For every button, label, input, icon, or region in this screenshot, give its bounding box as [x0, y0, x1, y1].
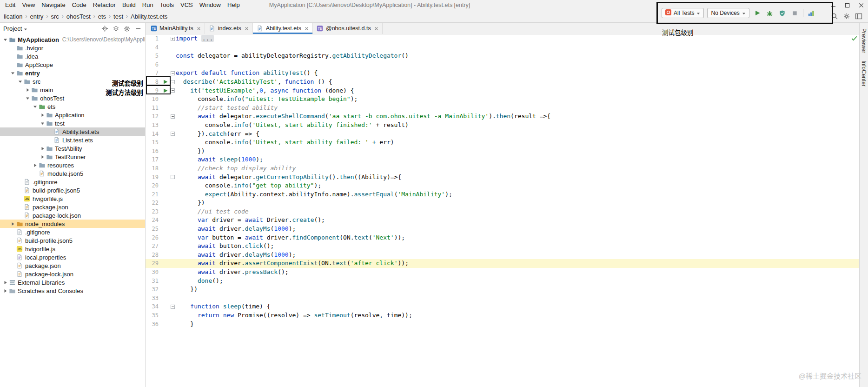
editor-line-25[interactable]: 25 await driver.delayMs(1000); — [146, 225, 859, 234]
tree-item-package-json[interactable]: package.json — [0, 261, 145, 270]
tab-close-icon[interactable] — [197, 27, 201, 31]
tree-item-local-properties[interactable]: local.properties — [0, 253, 145, 261]
tree-item-testability[interactable]: TestAbility — [0, 144, 145, 153]
fold-marker[interactable] — [170, 302, 176, 311]
tree-item-appscope[interactable]: AppScope — [0, 60, 145, 69]
code-editor[interactable]: 1import ...45const delegator = abilityDe… — [146, 34, 859, 387]
tree-item-list-test-ets[interactable]: List.test.ets — [0, 136, 145, 144]
menu-help[interactable]: Help — [224, 0, 243, 10]
editor-line-30[interactable]: 30 await driver.pressBack(); — [146, 268, 859, 277]
editor-line-9[interactable]: 9 it('testUiExample',0, async function (… — [146, 87, 859, 95]
run-button[interactable] — [753, 8, 762, 18]
editor-line-13[interactable]: 13 console.info('Uitest, start ability f… — [146, 121, 859, 130]
editor-line-4[interactable]: 4 — [146, 43, 859, 52]
tree-item-hvigorfile-js[interactable]: JShvigorfile.js — [0, 245, 145, 253]
menu-vcs[interactable]: VCS — [177, 0, 196, 10]
tree-item-hvigor[interactable]: .hvigor — [0, 44, 145, 52]
run-config-selector[interactable]: All Tests — [662, 8, 704, 18]
menu-build[interactable]: Build — [119, 0, 139, 10]
fold-marker[interactable] — [170, 173, 176, 182]
editor-line-10[interactable]: 10 console.info("uitest: TestUiExample b… — [146, 95, 859, 104]
editor-line-21[interactable]: 21 expect(Ability.context.abilityInfo.na… — [146, 190, 859, 199]
tree-item-build-profile-json5[interactable]: build-profile.json5 — [0, 186, 145, 194]
tree-item-package-json[interactable]: package.json — [0, 203, 145, 211]
tree-item-node-modules[interactable]: node_modules — [0, 220, 145, 228]
editor-line-12[interactable]: 12 await delegator.executeShellCommand('… — [146, 112, 859, 121]
editor-line-16[interactable]: 16 }) — [146, 147, 859, 156]
hide-icon[interactable] — [134, 25, 142, 33]
menu-edit[interactable]: Edit — [2, 0, 19, 10]
debug-button[interactable] — [765, 8, 775, 18]
breadcrumb-item-ohostest[interactable]: ohosTest — [66, 13, 91, 20]
tree-item-ability-test-ets[interactable]: Ability.test.ets — [0, 127, 145, 136]
menu-navigate[interactable]: Navigate — [38, 0, 68, 10]
tab-mainability-ts[interactable]: TSMainAbility.ts — [146, 23, 205, 34]
tree-expand-arrow[interactable] — [25, 88, 30, 92]
editor-line-14[interactable]: 14 }).catch(err => { — [146, 130, 859, 139]
tree-item-scratches-and-consoles[interactable]: Scratches and Consoles — [0, 287, 145, 295]
editor-line-24[interactable]: 24 var driver = await Driver.create(); — [146, 216, 859, 225]
tree-item-hvigorfile-js[interactable]: JShvigorfile.js — [0, 194, 145, 203]
menu-code[interactable]: Code — [69, 0, 90, 10]
tree-item-external-libraries[interactable]: External Libraries — [0, 278, 145, 287]
inspection-ok-icon[interactable] — [851, 35, 858, 43]
menu-view[interactable]: View — [19, 0, 38, 10]
editor-line-27[interactable]: 27 await button.click(); — [146, 242, 859, 251]
tree-item-resources[interactable]: resources — [0, 161, 145, 169]
project-view-selector[interactable]: Project — [3, 25, 22, 32]
editor-line-15[interactable]: 15 console.info('Uitest, start ability f… — [146, 138, 859, 147]
editor-line-31[interactable]: 31 done(); — [146, 277, 859, 286]
tree-item-package-lock-json[interactable]: package-lock.json — [0, 211, 145, 220]
tab-close-icon[interactable] — [245, 27, 249, 31]
editor-line-35[interactable]: 35 return new Promise((resolve) => setTi… — [146, 311, 859, 320]
settings-icon[interactable] — [123, 25, 131, 33]
editor-line-34[interactable]: 34 function sleep(time) { — [146, 302, 859, 311]
tree-item-testrunner[interactable]: TestRunner — [0, 153, 145, 161]
fold-marker[interactable] — [170, 130, 176, 139]
device-selector[interactable]: No Devices — [707, 8, 749, 18]
tool-stripe-previewer[interactable]: Previewer — [861, 28, 867, 53]
editor-line-8[interactable]: 8 describe('ActsAbilityTest', function (… — [146, 78, 859, 87]
tree-item-package-lock-json[interactable]: package-lock.json — [0, 270, 145, 278]
breadcrumb-item-src[interactable]: src — [51, 13, 59, 20]
tab-index-ets[interactable]: index.ets — [205, 23, 253, 34]
editor-line-7[interactable]: 7export default function abilityTest() { — [146, 69, 859, 78]
fold-marker[interactable] — [170, 112, 176, 121]
editor-line-18[interactable]: 18 //check top display ability — [146, 164, 859, 173]
breadcrumb-item-test[interactable]: test — [113, 13, 123, 20]
tree-expand-arrow[interactable] — [40, 155, 45, 159]
tree-expand-arrow[interactable] — [10, 222, 15, 226]
editor-line-28[interactable]: 28 await driver.delayMs(1000); — [146, 251, 859, 260]
layout-icon[interactable] — [855, 13, 862, 20]
tab-ohos-uitest-d-ts[interactable]: TS@ohos.uitest.d.ts — [313, 23, 383, 34]
breadcrumb-item-ets[interactable]: ets — [98, 13, 106, 20]
tree-item-idea[interactable]: .idea — [0, 52, 145, 60]
editor-line-1[interactable]: 1import ... — [146, 34, 859, 43]
breadcrumb-item-entry[interactable]: entry — [30, 13, 43, 20]
coverage-button[interactable] — [778, 8, 787, 18]
editor-line-32[interactable]: 32 }) — [146, 285, 859, 294]
tab-close-icon[interactable] — [305, 27, 309, 31]
editor-line-17[interactable]: 17 await sleep(1000); — [146, 155, 859, 164]
tree-item-application[interactable]: Application — [0, 111, 145, 119]
tree-item-gitignore[interactable]: .gitignore — [0, 228, 145, 236]
tree-collapse-arrow[interactable] — [25, 96, 30, 100]
editor-line-20[interactable]: 20 console.info("get top ability"); — [146, 181, 859, 190]
tree-expand-arrow[interactable] — [3, 289, 8, 293]
menu-tools[interactable]: Tools — [157, 0, 177, 10]
editor-line-33[interactable]: 33 — [146, 294, 859, 303]
editor-line-22[interactable]: 22 }) — [146, 199, 859, 207]
editor-line-29[interactable]: 29 await driver.assertComponentExist(ON.… — [146, 259, 859, 268]
tab-ability-test-ets[interactable]: Ability.test.ets — [253, 23, 313, 34]
tree-item-myapplication[interactable]: MyApplicationC:\Users\lenovo\Desktop\MyA… — [0, 35, 145, 44]
tree-expand-arrow[interactable] — [3, 280, 8, 285]
menu-run[interactable]: Run — [139, 0, 157, 10]
tree-item-test[interactable]: test — [0, 119, 145, 127]
editor-line-19[interactable]: 19 await delegator.getCurrentTopAbility(… — [146, 173, 859, 182]
tree-item-gitignore[interactable]: .gitignore — [0, 178, 145, 186]
fold-marker[interactable] — [170, 34, 176, 43]
locate-icon[interactable] — [101, 25, 108, 33]
window-close-button[interactable] — [854, 0, 868, 10]
tree-collapse-arrow[interactable] — [3, 38, 8, 42]
tree-item-entry[interactable]: entry — [0, 69, 145, 77]
